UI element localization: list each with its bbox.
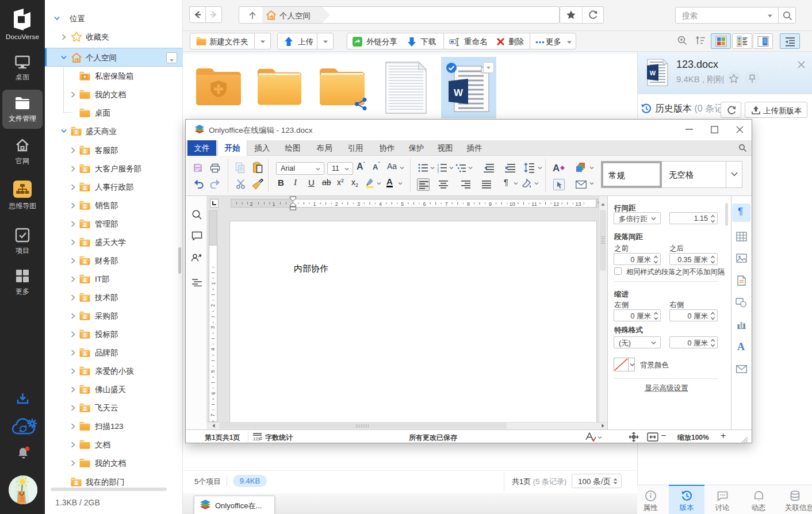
svg-text:3: 3 [357, 201, 360, 207]
svg-text:6: 6 [423, 201, 426, 207]
svg-text:1: 1 [313, 201, 316, 207]
svg-text:12: 12 [553, 201, 559, 207]
svg-text:A: A [553, 163, 560, 174]
svg-text:9: 9 [489, 201, 492, 207]
svg-text:2: 2 [335, 201, 338, 207]
svg-text:8: 8 [467, 201, 470, 207]
svg-text:1: 1 [210, 282, 216, 285]
svg-text:W: W [650, 70, 656, 76]
svg-text:7: 7 [210, 414, 216, 417]
svg-text:11: 11 [531, 201, 537, 207]
svg-text:7: 7 [445, 201, 448, 207]
svg-text:4: 4 [210, 348, 216, 351]
svg-text:1: 1 [272, 201, 275, 207]
svg-text:W: W [454, 87, 464, 98]
svg-text:10: 10 [510, 201, 515, 207]
svg-text:5: 5 [210, 370, 216, 373]
svg-text:6: 6 [210, 392, 216, 394]
svg-text:3: 3 [210, 326, 216, 329]
svg-text:2: 2 [250, 201, 252, 207]
svg-text:4: 4 [379, 201, 382, 207]
svg-text:13: 13 [575, 201, 581, 207]
svg-text:2: 2 [210, 304, 216, 307]
svg-text:3: 3 [437, 170, 439, 172]
svg-text:5: 5 [401, 201, 404, 207]
svg-text:A: A [737, 341, 745, 352]
